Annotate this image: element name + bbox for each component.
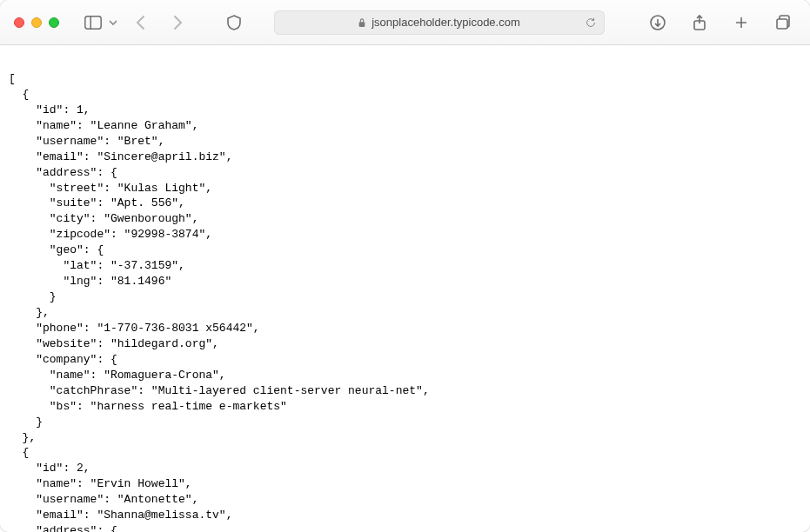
- svg-rect-0: [85, 16, 101, 29]
- chevron-left-icon: [132, 14, 151, 31]
- downloads-button[interactable]: [645, 12, 671, 33]
- sidebar-icon: [84, 14, 103, 31]
- json-line: "lng": "81.1496": [9, 275, 171, 288]
- tabs-icon: [773, 14, 793, 31]
- browser-toolbar: jsonplaceholder.typicode.com: [0, 0, 810, 45]
- plus-icon: [732, 14, 751, 31]
- svg-rect-2: [359, 22, 365, 27]
- chevron-right-icon: [167, 14, 186, 31]
- json-line: "name": "Ervin Howell",: [9, 477, 192, 490]
- page-content: [ { "id": 1, "name": "Leanne Graham", "u…: [0, 45, 810, 532]
- svg-rect-9: [777, 19, 787, 29]
- json-line: "lat": "-37.3159",: [9, 259, 185, 272]
- json-line: "address": {: [9, 166, 117, 179]
- url-text: jsonplaceholder.typicode.com: [372, 16, 520, 29]
- json-line: "phone": "1-770-736-8031 x56442",: [9, 322, 260, 335]
- share-button[interactable]: [686, 12, 713, 33]
- json-line: "username": "Antonette",: [9, 493, 198, 506]
- json-line: {: [9, 88, 29, 101]
- json-line: [: [9, 72, 16, 85]
- download-icon: [648, 14, 667, 31]
- json-line: },: [9, 306, 50, 319]
- share-icon: [690, 14, 709, 31]
- json-line: "email": "Sincere@april.biz",: [9, 150, 232, 163]
- minimize-window-button[interactable]: [31, 17, 42, 28]
- privacy-report-button[interactable]: [221, 12, 247, 33]
- json-line: "city": "Gwenborough",: [9, 212, 198, 225]
- shield-icon: [224, 14, 244, 31]
- json-line: "catchPhrase": "Multi-layered client-ser…: [9, 384, 430, 397]
- maximize-window-button[interactable]: [49, 17, 59, 28]
- json-line: }: [9, 290, 57, 303]
- json-line: "name": "Romaguera-Crona",: [9, 369, 226, 382]
- json-line: "geo": {: [9, 243, 104, 256]
- sidebar-toggle-button[interactable]: [80, 12, 106, 33]
- reload-icon[interactable]: [585, 17, 597, 29]
- json-line: "company": {: [9, 353, 117, 366]
- close-window-button[interactable]: [14, 17, 24, 28]
- json-line: "street": "Kulas Light",: [9, 182, 212, 195]
- json-line: "name": "Leanne Graham",: [9, 119, 198, 132]
- address-bar[interactable]: jsonplaceholder.typicode.com: [274, 10, 605, 35]
- json-line: },: [9, 431, 36, 444]
- json-line: "id": 2,: [9, 462, 90, 475]
- json-line: }: [9, 416, 43, 429]
- json-line: "zipcode": "92998-3874",: [9, 228, 212, 241]
- json-line: "bs": "harness real-time e-markets": [9, 400, 287, 413]
- json-line: "email": "Shanna@melissa.tv",: [9, 509, 232, 522]
- json-line: "username": "Bret",: [9, 135, 164, 148]
- tab-overview-button[interactable]: [770, 12, 796, 33]
- back-button[interactable]: [129, 12, 155, 33]
- chevron-down-icon[interactable]: [108, 17, 118, 28]
- window-controls: [14, 17, 59, 28]
- json-line: {: [9, 446, 29, 459]
- json-line: "address": {: [9, 524, 117, 532]
- json-line: "website": "hildegard.org",: [9, 337, 219, 350]
- lock-icon: [358, 17, 366, 28]
- forward-button[interactable]: [164, 12, 190, 33]
- json-line: "id": 1,: [9, 103, 90, 116]
- json-line: "suite": "Apt. 556",: [9, 196, 185, 209]
- new-tab-button[interactable]: [728, 12, 754, 33]
